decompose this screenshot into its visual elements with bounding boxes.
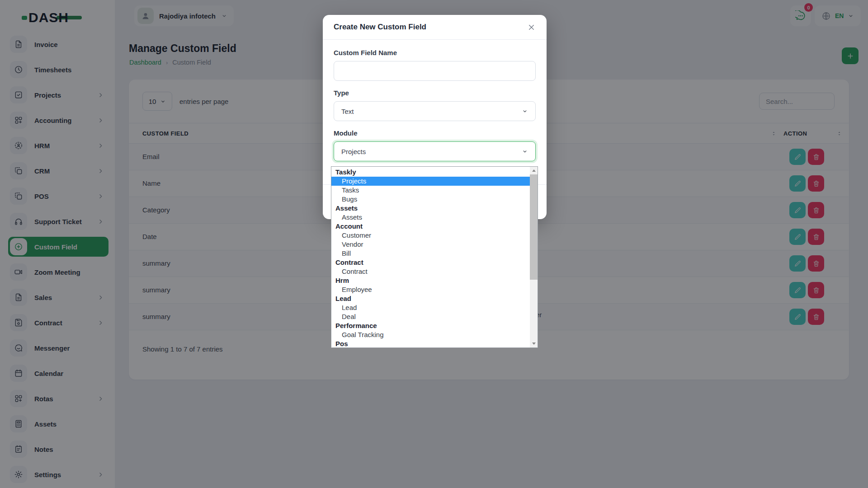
option-group-label: Account (331, 222, 530, 231)
option-group-label: Performance (331, 321, 530, 330)
option-customer[interactable]: Customer (331, 231, 530, 240)
option-deal[interactable]: Deal (331, 312, 530, 321)
option-contract[interactable]: Contract (331, 267, 530, 276)
option-projects[interactable]: Projects (331, 177, 530, 186)
module-select-dropdown: Taskly Projects Tasks Bugs Assets Assets… (331, 166, 538, 348)
option-assets[interactable]: Assets (331, 213, 530, 222)
module-select[interactable]: Projects (334, 141, 536, 161)
dropdown-scrollbar[interactable] (530, 167, 538, 347)
option-goal-tracking[interactable]: Goal Tracking (331, 330, 530, 339)
option-group-label: Pos (331, 339, 530, 348)
close-button[interactable] (527, 23, 536, 32)
scrollbar-down-arrow[interactable] (530, 340, 538, 347)
modal-body: Custom Field Name Type Text Module Proje… (323, 40, 547, 161)
option-vendor[interactable]: Vendor (331, 240, 530, 249)
option-tasks[interactable]: Tasks (331, 186, 530, 195)
chevron-down-icon (522, 108, 528, 114)
scrollbar-up-arrow[interactable] (530, 167, 538, 174)
type-select[interactable]: Text (334, 101, 536, 121)
modal-header: Create New Custom Field (323, 15, 547, 40)
scrollbar-thumb[interactable] (530, 174, 538, 280)
modal-title: Create New Custom Field (334, 23, 426, 32)
option-bugs[interactable]: Bugs (331, 195, 530, 204)
option-group-label: Taskly (331, 168, 530, 177)
custom-field-name-label: Custom Field Name (334, 49, 536, 56)
close-icon (527, 23, 536, 32)
type-select-value: Text (341, 108, 354, 115)
option-group-label: Lead (331, 294, 530, 303)
option-group-label: Assets (331, 204, 530, 213)
option-lead[interactable]: Lead (331, 303, 530, 312)
option-group-label: Hrm (331, 276, 530, 285)
custom-field-name-input[interactable] (334, 61, 536, 81)
module-option-list: Taskly Projects Tasks Bugs Assets Assets… (331, 168, 530, 348)
module-label: Module (334, 129, 536, 137)
option-employee[interactable]: Employee (331, 285, 530, 294)
option-group-label: Contract (331, 258, 530, 267)
chevron-down-icon (522, 148, 528, 155)
module-select-value: Projects (341, 148, 366, 155)
type-label: Type (334, 89, 536, 97)
option-bill[interactable]: Bill (331, 249, 530, 258)
